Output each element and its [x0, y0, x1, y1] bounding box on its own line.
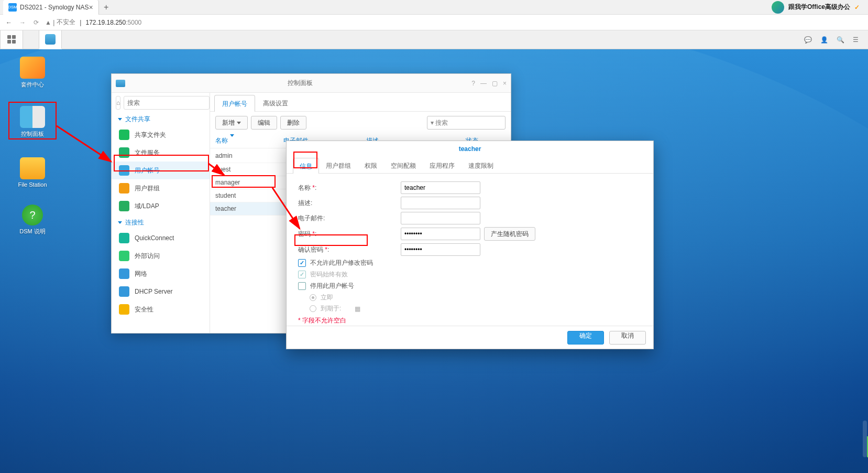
- checkbox-disallow-password-change[interactable]: 不允许此用户修改密码: [298, 259, 642, 267]
- tab-title: DS2021 - Synology NAS: [20, 4, 89, 11]
- sidebar-category-fileshare[interactable]: 文件共享: [112, 112, 210, 126]
- back-button[interactable]: ←: [4, 19, 14, 26]
- security-label: 不安全: [57, 18, 75, 27]
- svg-line-0: [57, 126, 111, 162]
- dsm-taskbar: 💬 👤 🔍 ☰: [0, 30, 868, 49]
- browser-tab[interactable]: DSM DS2021 - Synology NAS ×: [3, 0, 99, 15]
- desktop-icon-label: File Station: [12, 181, 53, 188]
- sidebar-item-quickconnect[interactable]: QuickConnect: [112, 229, 210, 247]
- help-icon[interactable]: ?: [471, 80, 475, 87]
- random-password-button[interactable]: 产生随机密码: [484, 227, 535, 241]
- label-desc: 描述:: [298, 199, 401, 208]
- desktop-icon-file-station[interactable]: File Station: [12, 157, 53, 188]
- security-indicator[interactable]: ▲ | 不安全: [45, 18, 75, 27]
- close-tab-icon[interactable]: ×: [89, 3, 93, 12]
- user-edit-dialog: teacher 信息 用户群组 权限 空间配额 应用程序 速度限制 名称 *: …: [286, 141, 654, 349]
- add-user-button[interactable]: 新增: [215, 116, 248, 130]
- verified-badge-icon: ✓: [854, 4, 860, 11]
- dialog-tab-groups[interactable]: 用户群组: [319, 157, 358, 173]
- window-titlebar[interactable]: 控制面板 ? — ▢ ×: [112, 74, 511, 93]
- tab-user-account[interactable]: 用户帐号: [214, 95, 255, 112]
- confirm-password-input[interactable]: [401, 243, 480, 256]
- label-name: 名称 *:: [298, 184, 401, 192]
- new-tab-button[interactable]: +: [99, 3, 114, 12]
- desktop-icon-help[interactable]: ? DSM 说明: [12, 205, 53, 235]
- minimize-icon[interactable]: —: [480, 80, 487, 87]
- sidebar-item-dhcp[interactable]: DHCP Server: [112, 283, 210, 300]
- checkbox-password-never-expire: 密码始终有效: [298, 270, 642, 279]
- reload-button[interactable]: ⟳: [31, 19, 41, 26]
- main-tabs: 用户帐号 高级设置: [210, 93, 511, 112]
- dsm-desktop: 套件中心 控制面板 File Station ? DSM 说明 控制面板 ? —…: [0, 49, 868, 473]
- edit-user-button[interactable]: 编辑: [251, 116, 277, 130]
- taskbar-controlpanel-button[interactable]: [39, 30, 62, 49]
- search-icon[interactable]: 🔍: [837, 36, 844, 44]
- sidebar-item-file-services[interactable]: 文件服务: [112, 144, 210, 162]
- dialog-tab-info[interactable]: 信息: [293, 158, 319, 174]
- dialog-tabs: 信息 用户群组 权限 空间配额 应用程序 速度限制: [287, 157, 653, 174]
- dsm-favicon: DSM: [8, 3, 17, 12]
- dialog-tab-apps[interactable]: 应用程序: [423, 157, 462, 173]
- user-icon[interactable]: 👤: [820, 36, 828, 44]
- url-separator: |: [80, 19, 81, 26]
- desktop-icon-label: 套件中心: [12, 81, 53, 89]
- dialog-footer: 确定 取消: [287, 326, 653, 349]
- url-display[interactable]: 172.19.18.250:5000: [85, 19, 141, 26]
- window-icon: [116, 80, 125, 87]
- users-toolbar: 新增 编辑 删除 ▾ 搜索: [210, 112, 511, 134]
- filter-input[interactable]: ▾ 搜索: [427, 116, 506, 130]
- avatar-icon: [772, 1, 784, 14]
- control-panel-sidebar: ⌂ 文件共享 共享文件夹 文件服务 用户帐号 用户群组 域/LDAP 连接性 Q…: [112, 93, 210, 333]
- dialog-tab-quota[interactable]: 空间配额: [384, 157, 423, 173]
- ok-button[interactable]: 确定: [567, 331, 604, 345]
- sidebar-item-security[interactable]: 安全性: [112, 300, 210, 318]
- cancel-button[interactable]: 取消: [609, 331, 646, 345]
- vertical-scrollbar[interactable]: [863, 421, 867, 457]
- dialog-form: 名称 *: 描述: 电子邮件: 密码 *: 产生随机密码 确认密码 *: 不允许…: [287, 174, 653, 330]
- required-note: * 字段不允许空白: [298, 316, 642, 325]
- sidebar-item-group[interactable]: 用户群组: [112, 179, 210, 197]
- profile-chip[interactable]: 跟我学Office高级办公 ✓: [772, 1, 868, 14]
- radio-expire-on: 到期于: ▦: [310, 304, 642, 313]
- system-tray: 💬 👤 🔍 ☰: [804, 36, 868, 44]
- chat-icon[interactable]: 💬: [804, 36, 812, 44]
- desktop-icon-label: 控制面板: [12, 130, 53, 138]
- sidebar-category-connectivity[interactable]: 连接性: [112, 215, 210, 229]
- radio-immediate: 立即: [310, 293, 642, 302]
- home-button[interactable]: ⌂: [116, 96, 120, 110]
- desc-input[interactable]: [401, 197, 480, 209]
- col-name[interactable]: 名称: [215, 136, 283, 145]
- window-title: 控制面板: [128, 79, 471, 88]
- dialog-tab-perms[interactable]: 权限: [358, 157, 384, 173]
- desktop-icon-package-center[interactable]: 套件中心: [12, 57, 53, 89]
- sidebar-item-ldap[interactable]: 域/LDAP: [112, 197, 210, 215]
- maximize-icon[interactable]: ▢: [492, 80, 498, 87]
- email-input[interactable]: [401, 212, 480, 224]
- browser-tabstrip: DSM DS2021 - Synology NAS × + 跟我学Office高…: [0, 0, 868, 15]
- sidebar-item-network[interactable]: 网络: [112, 265, 210, 283]
- name-input[interactable]: [401, 181, 480, 194]
- sidebar-item-external-access[interactable]: 外部访问: [112, 247, 210, 265]
- profile-name: 跟我学Office高级办公: [788, 3, 850, 12]
- sidebar-item-shared-folder[interactable]: 共享文件夹: [112, 126, 210, 144]
- widgets-icon[interactable]: ☰: [853, 36, 859, 44]
- annotation-arrow: [50, 110, 118, 173]
- delete-user-button[interactable]: 删除: [280, 116, 306, 130]
- label-password: 密码 *:: [298, 230, 401, 239]
- desktop-icon-control-panel[interactable]: 控制面板: [12, 106, 53, 138]
- sidebar-item-user[interactable]: 用户帐号: [112, 162, 210, 179]
- tab-advanced[interactable]: 高级设置: [255, 94, 296, 111]
- sidebar-search-input[interactable]: [124, 96, 210, 110]
- dialog-title: teacher: [287, 141, 653, 157]
- label-email: 电子邮件:: [298, 214, 401, 223]
- desktop-icon-label: DSM 说明: [12, 228, 53, 235]
- checkbox-disable-user[interactable]: 停用此用户帐号: [298, 282, 642, 291]
- dialog-tab-speed[interactable]: 速度限制: [462, 157, 500, 173]
- browser-addressbar: ← → ⟳ ▲ | 不安全 | 172.19.18.250:5000: [0, 15, 868, 30]
- expire-date-input: ▦: [355, 305, 360, 313]
- apps-launcher-button[interactable]: [0, 30, 23, 49]
- forward-button[interactable]: →: [18, 19, 27, 26]
- label-confirm-password: 确认密码 *:: [298, 245, 401, 254]
- close-icon[interactable]: ×: [503, 80, 507, 87]
- password-input[interactable]: [401, 228, 480, 240]
